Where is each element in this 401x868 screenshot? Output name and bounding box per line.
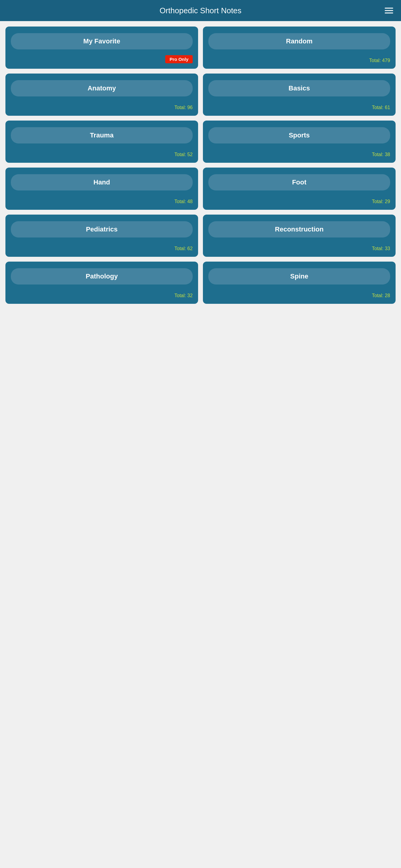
card-hand[interactable]: HandTotal: 48: [5, 167, 198, 210]
card-total-spine: Total: 28: [208, 293, 390, 299]
pro-only-badge: Pro Only: [165, 55, 193, 63]
card-total-pediatrics: Total: 62: [11, 246, 193, 251]
cards-grid: My FavoritePro OnlyRandomTotal: 479Anato…: [0, 21, 401, 316]
card-button-my-favorite[interactable]: My Favorite: [11, 33, 193, 50]
card-total-anatomy: Total: 96: [11, 105, 193, 110]
card-button-sports[interactable]: Sports: [208, 127, 390, 144]
card-total-basics: Total: 61: [208, 105, 390, 110]
card-total-trauma: Total: 52: [11, 152, 193, 157]
card-total-pathology: Total: 32: [11, 293, 193, 299]
card-my-favorite[interactable]: My FavoritePro Only: [5, 27, 198, 69]
card-total-random: Total: 479: [208, 58, 390, 63]
card-button-trauma[interactable]: Trauma: [11, 127, 193, 144]
menu-button[interactable]: [382, 5, 396, 16]
card-button-pediatrics[interactable]: Pediatrics: [11, 221, 193, 238]
card-basics[interactable]: BasicsTotal: 61: [203, 73, 396, 116]
card-button-reconstruction[interactable]: Reconstruction: [208, 221, 390, 238]
card-spine[interactable]: SpineTotal: 28: [203, 261, 396, 304]
card-button-spine[interactable]: Spine: [208, 268, 390, 284]
card-button-random[interactable]: Random: [208, 33, 390, 50]
card-reconstruction[interactable]: ReconstructionTotal: 33: [203, 215, 396, 257]
card-random[interactable]: RandomTotal: 479: [203, 27, 396, 69]
card-pathology[interactable]: PathologyTotal: 32: [5, 261, 198, 304]
card-anatomy[interactable]: AnatomyTotal: 96: [5, 73, 198, 116]
card-trauma[interactable]: TraumaTotal: 52: [5, 121, 198, 163]
card-total-foot: Total: 29: [208, 199, 390, 204]
card-button-anatomy[interactable]: Anatomy: [11, 80, 193, 96]
card-total-sports: Total: 38: [208, 152, 390, 157]
card-total-hand: Total: 48: [11, 199, 193, 204]
card-button-foot[interactable]: Foot: [208, 174, 390, 190]
menu-icon-line3: [385, 13, 393, 13]
card-total-reconstruction: Total: 33: [208, 246, 390, 251]
card-button-pathology[interactable]: Pathology: [11, 268, 193, 284]
card-sports[interactable]: SportsTotal: 38: [203, 121, 396, 163]
card-button-basics[interactable]: Basics: [208, 80, 390, 96]
menu-icon-line1: [385, 8, 393, 9]
card-foot[interactable]: FootTotal: 29: [203, 167, 396, 210]
card-button-hand[interactable]: Hand: [11, 174, 193, 190]
menu-icon-line2: [385, 10, 393, 11]
app-title: Orthopedic Short Notes: [159, 6, 242, 16]
app-header: Orthopedic Short Notes: [0, 0, 401, 21]
card-pediatrics[interactable]: PediatricsTotal: 62: [5, 215, 198, 257]
